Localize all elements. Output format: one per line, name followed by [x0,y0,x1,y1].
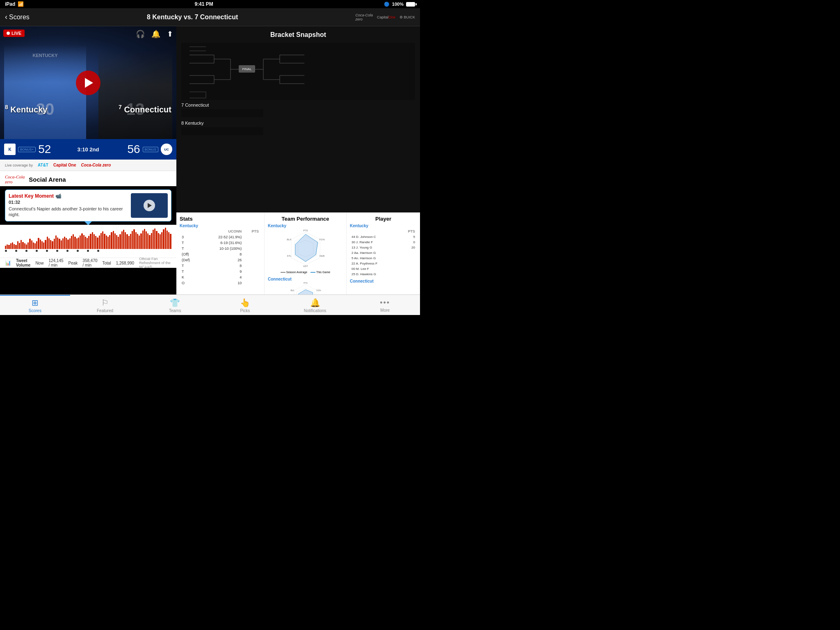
chart-bar [147,233,148,249]
chart-bar [64,237,65,249]
player-panel: Player Kentucky PTS 44 D. Johnson C 5 30… [346,212,420,294]
bracket-visual: FINAL [181,43,415,100]
tab-picks[interactable]: 👆 Picks [210,295,280,315]
stat-label: T [180,246,199,251]
chart-bar [87,238,88,249]
chart-bar [140,233,142,249]
stat-pts [244,246,260,251]
chart-bar [45,240,46,249]
chart-bar [74,237,75,249]
player-name: 44 D. Johnson C [351,235,399,239]
stats-title: Stats [180,216,261,222]
stat-pts [244,235,260,240]
game-clock: 3:10 2nd [78,146,99,153]
player-row: 00 M. Lee F [351,267,416,271]
chart-bar [40,240,41,249]
total-value: 1,268,990 [116,261,135,265]
connecticut-team-label: 7 Connecticut [119,104,171,114]
perf-team2-link[interactable]: Connecticut [268,277,343,281]
chart-bar [116,235,117,249]
chart-bar [33,242,34,249]
share-icon[interactable]: ⬆ [167,30,173,39]
chart-bar [43,242,44,249]
chart-bar [80,235,81,249]
chart-bar [130,234,131,249]
player-pts-header: PTS [400,229,416,234]
notifications-icon: 🔔 [310,298,320,308]
player-title: Player [350,216,417,222]
live-badge: LIVE [3,30,25,37]
stat-uconn: 9 [199,269,243,274]
player-team-link[interactable]: Kentucky [350,224,417,228]
ncaa-text: Official Fan Refreshment of the NCAA® [139,257,171,269]
stats-col-uconn: UCONN [199,229,243,234]
video-camera-icon: 📹 [55,193,62,199]
device-label: iPad [5,1,15,7]
tab-featured[interactable]: ⚐ Featured [70,295,140,315]
chart-bar [144,229,145,249]
play-button[interactable] [76,71,100,95]
key-moment-thumbnail[interactable] [131,193,168,218]
svg-marker-36 [295,234,318,262]
chart-bar [47,237,48,249]
stat-uconn: 26 [199,258,243,262]
player-pts [400,272,416,276]
chart-bar [36,241,37,249]
stat-pts [244,281,260,285]
player-team2-link[interactable]: Connecticut [350,279,417,283]
player-row: 22 A. Poythress F [351,261,416,266]
stat-label: K [180,275,199,280]
radar-chart: PTS FG% REB AST STL BLK [285,228,326,269]
perf-team-link[interactable]: Kentucky [268,224,343,228]
svg-text:PTS: PTS [304,282,307,284]
player-pts [400,251,416,255]
chart-bar [26,244,27,249]
tab-more-label: More [380,308,390,313]
headphone-icon[interactable]: 🎧 [136,30,145,39]
kentucky-score: 52 [38,143,51,156]
video-area[interactable]: KENTUCKY 30 13 LIVE 🎧 🔔 ⬆ [0,26,176,139]
stat-uconn: 8 [199,252,243,257]
chart-bar [153,230,154,249]
svg-text:FINAL: FINAL [242,67,252,71]
sponsor-capitalone: CapitalOne [377,15,395,19]
player-name-header [351,229,399,234]
chart-bar [111,232,112,249]
thumb-play-button[interactable] [144,200,155,211]
kentucky-bonus: BONUS+ [18,147,36,152]
radar-svg: PTS FG% REB AST STL BLK [285,228,326,269]
stat-uconn: 6-19 (31.6%) [199,240,243,245]
stat-uconn: 10-10 (100%) [199,246,243,251]
tab-featured-label: Featured [97,308,113,313]
kentucky-name: Kentucky [10,105,47,114]
chart-bar [19,243,20,249]
chart-bar [170,234,171,249]
chart-bar [12,242,13,249]
chart-bar [137,234,138,249]
peak-label: Peak [68,261,78,265]
right-panel: Bracket Snapshot [176,26,420,294]
key-moment-time: 01:32 [9,200,128,205]
thumb-play-triangle [148,203,152,208]
stat-label: O [180,281,199,285]
chart-bar [126,234,128,249]
nav-bar: ‹ Scores 8 Kentucky vs. 7 Connecticut Co… [0,8,420,26]
svg-text:PTS: PTS [303,229,308,232]
svg-marker-45 [298,290,313,294]
bell-icon[interactable]: 🔔 [151,30,160,39]
picks-icon: 👆 [240,298,250,308]
chart-bar [119,234,121,249]
stats-team-link[interactable]: Kentucky [180,224,261,228]
back-button[interactable]: ‹ Scores [5,13,30,21]
game-clock-section: 3:10 2nd [71,146,105,153]
tab-notifications[interactable]: 🔔 Notifications [280,295,350,315]
svg-text:BLK: BLK [287,238,291,241]
tab-bar: ⊞ Scores ⚐ Featured 👕 Teams 👆 Picks 🔔 No… [0,294,420,315]
chart-bar [94,234,95,249]
tab-scores[interactable]: ⊞ Scores [0,295,70,315]
key-moment[interactable]: Latest Key Moment 📹 01:32 Connecticut's … [5,189,171,221]
chart-bar [160,234,161,249]
tab-more[interactable]: ••• More [350,295,420,315]
tab-teams[interactable]: 👕 Teams [140,295,210,315]
stat-label: 3 [180,235,199,240]
